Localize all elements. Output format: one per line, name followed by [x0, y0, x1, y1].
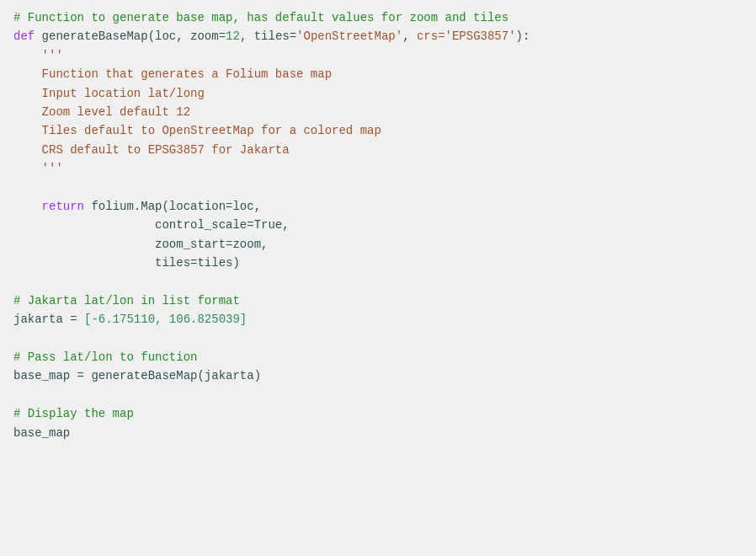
code-line-9: ''' — [13, 159, 743, 178]
return-call: folium.Map(location=loc, — [91, 197, 261, 216]
code-line-14: # Jakarta lat/lon in list format — [13, 291, 743, 310]
comment-pass: # Pass lat/lon to function — [13, 348, 197, 366]
code-line-7: Tiles default to OpenStreetMap for a col… — [13, 121, 743, 140]
code-line-16: # Pass lat/lon to function — [13, 348, 743, 366]
params-end: ): — [516, 27, 530, 45]
indent-space — [13, 46, 42, 65]
code-line-18: # Display the map — [13, 404, 743, 423]
code-line-5: Input location lat/long — [13, 84, 743, 103]
code-line-19: base_map — [13, 424, 743, 442]
op-basemap: = — [70, 366, 91, 385]
blank-line-3 — [13, 329, 743, 348]
code-line-17: base_map = generateBaseMap(jakarta) — [13, 366, 743, 385]
comment-display: # Display the map — [13, 404, 134, 423]
comment-text: # Function to generate base map, has def… — [13, 8, 508, 27]
code-line-8: CRS default to EPSG3857 for Jakarta — [13, 141, 743, 159]
indent-space — [13, 103, 42, 121]
docstring-close: ''' — [42, 159, 63, 178]
var-jakarta: jakarta — [13, 310, 63, 329]
code-line-15: jakarta = [-6.175110, 106.825039] — [13, 310, 743, 329]
val-basemap: generateBaseMap(jakarta) — [91, 366, 261, 385]
docstring-line6: Zoom level default 12 — [42, 103, 190, 121]
code-line-6: Zoom level default 12 — [13, 103, 743, 121]
code-editor: # Function to generate base map, has def… — [0, 0, 756, 556]
keyword-def: def — [13, 27, 42, 45]
indent-space — [13, 121, 42, 140]
param-num: 12 — [226, 27, 240, 45]
code-line-11: control_scale=True, — [13, 216, 743, 234]
op-jakarta: = — [63, 310, 84, 329]
indent-space — [13, 197, 42, 216]
code-line-12: zoom_start=zoom, — [13, 235, 743, 254]
params-mid: , tiles= — [240, 27, 296, 45]
blank-line-2 — [13, 272, 743, 291]
val-jakarta: [-6.175110, 106.825039] — [84, 310, 247, 329]
docstring-line5: Input location lat/long — [42, 84, 205, 103]
keyword-return: return — [42, 197, 92, 216]
indent-space — [13, 159, 42, 178]
code-line-3: ''' — [13, 46, 743, 65]
docstring-line4: Function that generates a Folium base ma… — [42, 65, 332, 83]
return-cont-2: zoom_start=zoom, — [155, 235, 268, 254]
return-cont-1: control_scale=True, — [155, 216, 290, 234]
var-basemap: base_map — [13, 366, 70, 385]
comment-jakarta: # Jakarta lat/lon in list format — [13, 291, 240, 310]
param-str1: 'OpenStreetMap' — [296, 27, 402, 45]
code-line-1: # Function to generate base map, has def… — [13, 8, 743, 27]
blank-line-1 — [13, 179, 743, 197]
code-line-13: tiles=tiles) — [13, 254, 743, 272]
docstring-line7: Tiles default to OpenStreetMap for a col… — [42, 121, 381, 140]
docstring-line8: CRS default to EPSG3857 for Jakarta — [42, 141, 290, 159]
code-line-4: Function that generates a Folium base ma… — [13, 65, 743, 83]
crs-key: crs= — [417, 27, 445, 45]
indent-space — [13, 141, 42, 159]
indent-space — [13, 216, 155, 234]
docstring-open: ''' — [42, 46, 63, 65]
func-name: generateBaseMap — [42, 27, 148, 45]
indent-space — [13, 84, 42, 103]
indent-space — [13, 254, 155, 272]
param-str2: 'EPSG3857' — [445, 27, 516, 45]
basemap-ref: base_map — [13, 424, 70, 442]
params-plain: (loc, zoom= — [148, 27, 226, 45]
indent-space — [13, 235, 155, 254]
blank-line-4 — [13, 386, 743, 404]
params-mid2: , — [402, 27, 417, 45]
code-line-10: return folium.Map(location=loc, — [13, 197, 743, 216]
return-cont-3: tiles=tiles) — [155, 254, 240, 272]
indent-space — [13, 65, 42, 83]
code-line-2: def generateBaseMap(loc, zoom=12, tiles=… — [13, 27, 743, 45]
